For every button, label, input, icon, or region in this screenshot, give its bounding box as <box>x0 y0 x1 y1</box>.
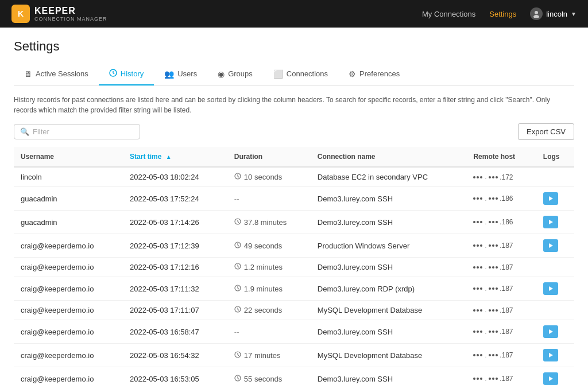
cell-remote-host: . .187 <box>466 367 536 386</box>
col-connection-name[interactable]: Connection name <box>311 147 467 167</box>
dot3 <box>480 354 482 356</box>
dot1 <box>473 176 475 178</box>
remote-host-value: . .186 <box>473 195 529 203</box>
log-play-button[interactable] <box>543 239 558 252</box>
toolbar: 🔍 Export CSV <box>14 123 574 140</box>
tab-history-label: History <box>121 69 144 78</box>
cell-username: lincoln <box>14 167 123 187</box>
log-play-button[interactable] <box>543 216 558 228</box>
col-username[interactable]: Username <box>14 147 123 167</box>
logo-name: KEEPER <box>34 6 76 15</box>
svg-point-0 <box>535 11 538 14</box>
dot4 <box>489 287 491 290</box>
user-avatar-icon <box>530 7 543 20</box>
dot5 <box>492 197 494 200</box>
filter-input[interactable] <box>33 127 134 136</box>
cell-duration: -- <box>227 320 311 344</box>
log-play-button[interactable] <box>543 192 558 205</box>
col-duration[interactable]: Duration <box>227 147 311 167</box>
dot4 <box>489 176 491 178</box>
logo-sub: CONNECTION MANAGER <box>34 16 107 22</box>
host-last-octet: .172 <box>500 173 513 181</box>
cell-connection-name: Demo3.lurey.com SSH <box>311 320 467 344</box>
cell-logs[interactable] <box>536 211 574 234</box>
svg-point-1 <box>533 15 539 18</box>
table-row: craig@keeperdemo.io2022-05-03 17:11:32 1… <box>14 277 574 301</box>
cell-logs[interactable] <box>536 234 574 258</box>
cell-connection-name: MySQL Development Database <box>311 301 467 320</box>
col-start-time[interactable]: Start time ▲ <box>123 147 227 167</box>
cell-username: craig@keeperdemo.io <box>14 234 123 258</box>
cell-remote-host: . .187 <box>466 234 536 258</box>
col-remote-host[interactable]: Remote host <box>466 147 536 167</box>
duration-value: 17 minutes <box>244 351 281 360</box>
remote-host-value: . .187 <box>473 285 529 293</box>
tab-connections[interactable]: ⬜ Connections <box>263 64 338 85</box>
dot3 <box>480 287 482 290</box>
cell-username: craig@keeperdemo.io <box>14 320 123 344</box>
nav-settings[interactable]: Settings <box>489 10 516 18</box>
cell-duration: 49 seconds <box>227 234 311 258</box>
logo-icon: K <box>11 5 30 23</box>
host-separator: . <box>485 307 486 313</box>
cell-duration: 17 minutes <box>227 344 311 367</box>
svg-marker-4 <box>549 196 553 201</box>
cell-username: craig@keeperdemo.io <box>14 258 123 277</box>
duration-value: 10 seconds <box>244 173 283 181</box>
monitor-icon: 🖥 <box>24 69 32 79</box>
log-play-button[interactable] <box>543 325 558 338</box>
dot4 <box>489 197 491 200</box>
tab-preferences[interactable]: ⚙ Preferences <box>338 64 410 85</box>
table-row: craig@keeperdemo.io2022-05-03 16:58:47--… <box>14 320 574 344</box>
dot6 <box>496 330 498 333</box>
cell-logs[interactable] <box>536 320 574 344</box>
log-play-button[interactable] <box>543 349 558 361</box>
duration-value: 49 seconds <box>244 242 283 250</box>
dot2 <box>477 266 479 269</box>
cell-start-time: 2022-05-03 17:14:26 <box>123 211 227 234</box>
cell-logs[interactable] <box>536 277 574 301</box>
dot5 <box>492 176 494 178</box>
tab-users[interactable]: 👥 Users <box>154 64 207 85</box>
host-last-octet: .187 <box>500 351 513 359</box>
remote-host-value: . .187 <box>473 375 529 383</box>
export-csv-button[interactable]: Export CSV <box>518 123 574 140</box>
cell-start-time: 2022-05-03 16:53:05 <box>123 367 227 386</box>
nav-my-connections[interactable]: My Connections <box>422 10 475 18</box>
dot6 <box>496 378 498 380</box>
tab-groups[interactable]: ◉ Groups <box>207 64 263 85</box>
log-play-button[interactable] <box>543 282 558 295</box>
col-logs[interactable]: Logs <box>536 147 574 167</box>
dot1 <box>473 266 475 269</box>
clock-icon <box>234 218 241 227</box>
topnav-user[interactable]: lincoln ▼ <box>530 7 577 20</box>
user-dropdown-icon[interactable]: ▼ <box>571 11 577 17</box>
preferences-icon: ⚙ <box>349 69 356 79</box>
dot3 <box>480 330 482 333</box>
tab-active-sessions[interactable]: 🖥 Active Sessions <box>14 64 99 85</box>
dot1 <box>473 309 475 312</box>
cell-start-time: 2022-05-03 17:52:24 <box>123 187 227 211</box>
dot2 <box>477 330 479 333</box>
clock-icon <box>234 173 241 181</box>
dot3 <box>480 176 482 178</box>
cell-start-time: 2022-05-03 16:54:32 <box>123 344 227 367</box>
cell-logs[interactable] <box>536 187 574 211</box>
tab-history[interactable]: History <box>99 63 154 85</box>
cell-logs <box>536 301 574 320</box>
cell-logs[interactable] <box>536 344 574 367</box>
log-play-button[interactable] <box>543 372 558 385</box>
dot3 <box>480 221 482 223</box>
remote-host-value: . .186 <box>473 218 529 226</box>
host-separator: . <box>485 243 486 249</box>
cell-logs[interactable] <box>536 367 574 386</box>
cell-duration: 1.2 minutes <box>227 258 311 277</box>
dot2 <box>477 287 479 290</box>
dot2 <box>477 176 479 178</box>
cell-connection-name: MySQL Development Database <box>311 344 467 367</box>
user-name: lincoln <box>546 10 567 18</box>
cell-username: craig@keeperdemo.io <box>14 344 123 367</box>
cell-remote-host: . .186 <box>466 211 536 234</box>
clock-icon <box>234 263 241 271</box>
cell-remote-host: . .172 <box>466 167 536 187</box>
